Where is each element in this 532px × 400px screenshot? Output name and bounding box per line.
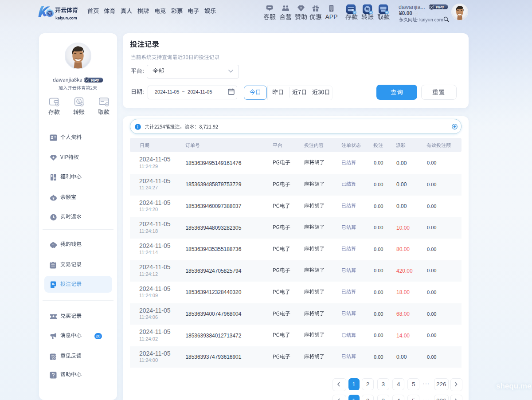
svg-text:VIP0: VIP0 [91,78,99,82]
svg-text:VIP0: VIP0 [436,5,444,9]
